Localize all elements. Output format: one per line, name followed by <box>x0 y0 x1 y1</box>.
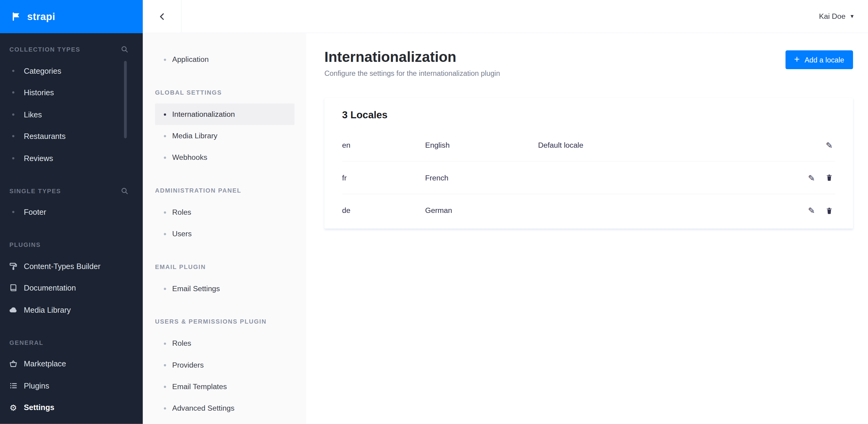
locale-name: German <box>425 206 538 215</box>
bullet-icon <box>9 157 18 159</box>
bullet-icon <box>9 113 18 116</box>
bullet-icon <box>9 69 18 72</box>
locale-row-de[interactable]: de German ✎ <box>342 194 836 227</box>
settings-item-application[interactable]: Application <box>155 49 294 70</box>
pencil-icon: ✎ <box>826 141 833 149</box>
section-general: GENERAL <box>0 338 143 346</box>
single-types-list: Footer <box>0 201 143 223</box>
topbar: Kai Doe ▾ <box>143 0 868 33</box>
paint-roller-icon <box>9 262 18 270</box>
bullet-icon <box>164 343 166 345</box>
edit-locale-button[interactable]: ✎ <box>806 205 818 217</box>
general-title: GENERAL <box>9 339 43 346</box>
sidebar-item-plugins[interactable]: Plugins <box>0 374 143 396</box>
collection-types-search-icon[interactable] <box>121 45 129 54</box>
users-permissions-plugin-title: USERS & PERMISSIONS PLUGIN <box>143 318 306 325</box>
bullet-icon <box>164 135 166 137</box>
general-list: Marketplace Plugins ⚙ Settings <box>0 353 143 418</box>
settings-item-media-library[interactable]: Media Library <box>155 125 294 146</box>
settings-item-providers[interactable]: Providers <box>155 354 294 376</box>
section-plugins: PLUGINS <box>0 241 143 249</box>
sidebar-item-footer[interactable]: Footer <box>0 201 143 223</box>
trash-icon <box>825 174 833 182</box>
bullet-icon <box>164 233 166 235</box>
sidebar-item-documentation[interactable]: Documentation <box>0 277 143 299</box>
settings-item-admin-roles[interactable]: Roles <box>155 201 294 223</box>
bullet-icon <box>164 113 166 115</box>
pencil-icon: ✎ <box>808 173 815 182</box>
primary-sidebar: strapi COLLECTION TYPES Categories Histo… <box>0 0 143 424</box>
sidebar-item-media-library[interactable]: Media Library <box>0 299 143 321</box>
sidebar-item-reviews[interactable]: Reviews <box>0 147 143 169</box>
sidebar-item-likes[interactable]: Likes <box>0 103 143 125</box>
sidebar-item-histories[interactable]: Histories <box>0 81 143 103</box>
bullet-icon <box>164 288 166 290</box>
add-locale-label: Add a locale <box>805 56 844 64</box>
settings-item-internationalization[interactable]: Internationalization <box>155 103 294 125</box>
edit-locale-button[interactable]: ✎ <box>823 139 835 151</box>
strapi-logo[interactable]: strapi <box>0 0 143 33</box>
plugins-title: PLUGINS <box>9 241 41 248</box>
settings-section-users-permissions: USERS & PERMISSIONS PLUGIN Roles Provide… <box>143 318 306 419</box>
locale-name: English <box>425 141 538 149</box>
locale-name: French <box>425 173 538 182</box>
section-collection-types: COLLECTION TYPES <box>0 45 143 54</box>
book-icon <box>9 284 18 292</box>
locale-row-fr[interactable]: fr French ✎ <box>342 162 836 194</box>
page-header: Internationalization Configure the setti… <box>306 33 868 77</box>
basket-icon <box>9 359 18 368</box>
edit-locale-button[interactable]: ✎ <box>806 172 818 184</box>
chevron-down-icon: ▾ <box>850 13 854 20</box>
locales-table: en English Default locale ✎ fr French ✎ <box>324 129 853 227</box>
settings-item-email-templates[interactable]: Email Templates <box>155 376 294 397</box>
user-name: Kai Doe <box>819 12 845 20</box>
delete-locale-button[interactable] <box>823 172 835 184</box>
strapi-logo-text: strapi <box>27 11 55 23</box>
single-types-search-icon[interactable] <box>121 187 129 195</box>
gear-icon: ⚙ <box>9 403 18 412</box>
collection-types-scrollbar[interactable] <box>124 61 127 138</box>
locale-note: Default locale <box>538 141 824 149</box>
settings-section-email-plugin: EMAIL PLUGIN Email Settings <box>143 263 306 299</box>
locale-code: fr <box>342 173 425 182</box>
add-locale-button[interactable]: + Add a locale <box>785 50 853 69</box>
section-single-types: SINGLE TYPES <box>0 187 143 195</box>
locale-row-en[interactable]: en English Default locale ✎ <box>342 129 836 162</box>
settings-item-webhooks[interactable]: Webhooks <box>155 147 294 168</box>
strapi-admin: strapi COLLECTION TYPES Categories Histo… <box>0 0 868 424</box>
bullet-icon <box>164 364 166 366</box>
bullet-icon <box>9 135 18 137</box>
settings-item-admin-users[interactable]: Users <box>155 223 294 244</box>
back-button[interactable] <box>143 0 182 33</box>
sidebar-item-settings[interactable]: ⚙ Settings <box>0 396 143 418</box>
bullet-icon <box>164 211 166 213</box>
plugins-list: Content-Types Builder Documentation Medi… <box>0 255 143 321</box>
bullet-icon <box>164 386 166 388</box>
bullet-icon <box>9 92 18 94</box>
locale-code: en <box>342 141 425 149</box>
bullet-icon <box>164 156 166 158</box>
locales-card: 3 Locales en English Default locale ✎ fr… <box>324 98 853 229</box>
sidebar-item-content-types-builder[interactable]: Content-Types Builder <box>0 255 143 277</box>
list-icon <box>9 381 18 390</box>
bullet-icon <box>164 58 166 60</box>
trash-icon <box>825 207 833 215</box>
settings-item-advanced-settings[interactable]: Advanced Settings <box>155 397 294 419</box>
single-types-title: SINGLE TYPES <box>9 188 61 194</box>
locales-card-title: 3 Locales <box>324 98 853 129</box>
email-plugin-title: EMAIL PLUGIN <box>143 263 306 271</box>
settings-item-up-roles[interactable]: Roles <box>155 333 294 354</box>
settings-section-admin-panel: ADMINISTRATION PANEL Roles Users <box>143 187 306 245</box>
settings-section-global: GLOBAL SETTINGS Internationalization Med… <box>143 89 306 168</box>
sidebar-item-marketplace[interactable]: Marketplace <box>0 353 143 374</box>
page-title: Internationalization <box>324 49 500 66</box>
global-settings-title: GLOBAL SETTINGS <box>143 89 306 96</box>
bullet-icon <box>9 211 18 213</box>
plus-icon: + <box>794 55 800 64</box>
settings-item-email-settings[interactable]: Email Settings <box>155 278 294 299</box>
cloud-icon <box>9 305 18 314</box>
delete-locale-button[interactable] <box>823 205 835 217</box>
sidebar-item-restaurants[interactable]: Restaurants <box>0 125 143 147</box>
sidebar-item-categories[interactable]: Categories <box>0 60 143 81</box>
user-menu[interactable]: Kai Doe ▾ <box>819 0 854 33</box>
